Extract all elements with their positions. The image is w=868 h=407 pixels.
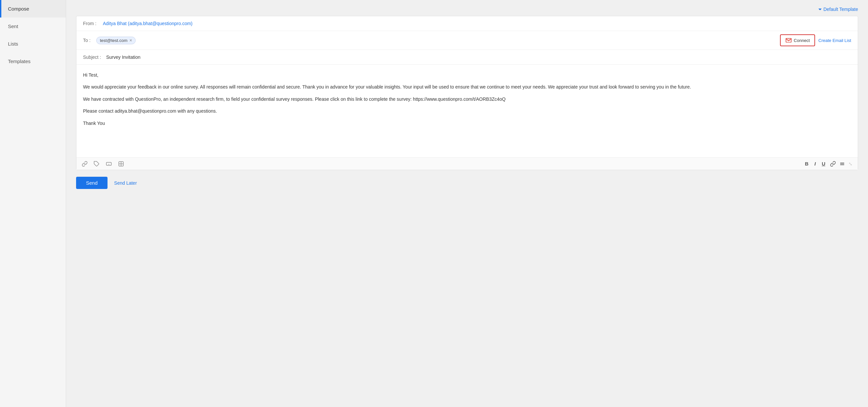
from-value: Aditya Bhat (aditya.bhat@questionpro.com… <box>103 21 192 26</box>
sidebar-item-label: Lists <box>8 41 18 46</box>
main-content: Default Template From : Aditya Bhat (adi… <box>66 0 868 407</box>
template-dropdown[interactable]: Default Template <box>818 7 858 12</box>
body-greeting: Hi Test, <box>83 71 851 79</box>
body-paragraph1: We would appreciate your feedback in our… <box>83 83 851 91</box>
chip-email: test@test.com <box>100 38 127 43</box>
to-row-actions: Connect Create Email List <box>780 34 851 46</box>
italic-button[interactable]: I <box>813 160 817 167</box>
sidebar-item-label: Templates <box>8 59 30 64</box>
keyboard-icon[interactable] <box>105 161 112 167</box>
hyperlink-icon[interactable] <box>830 161 836 167</box>
sidebar-item-sent[interactable]: Sent <box>0 18 66 35</box>
toolbar-left <box>82 161 124 167</box>
link-icon[interactable] <box>82 161 88 167</box>
sidebar-item-label: Compose <box>8 6 29 11</box>
body-paragraph3: Please contact aditya.bhat@questionpro.c… <box>83 107 851 115</box>
strikethrough-icon[interactable] <box>839 161 845 167</box>
svg-rect-2 <box>106 162 112 165</box>
table-icon[interactable] <box>118 161 124 167</box>
create-email-list-link[interactable]: Create Email List <box>818 38 851 43</box>
bold-button[interactable]: B <box>804 160 810 167</box>
tag-icon[interactable] <box>94 161 99 167</box>
sidebar-item-templates[interactable]: Templates <box>0 53 66 70</box>
connect-button[interactable]: Connect <box>780 34 815 46</box>
from-row: From : Aditya Bhat (aditya.bhat@question… <box>76 16 858 31</box>
email-chip: test@test.com × <box>96 37 135 44</box>
body-closing: Thank You <box>83 120 851 127</box>
chip-remove-button[interactable]: × <box>129 38 132 43</box>
from-label: From : <box>83 21 103 26</box>
subject-value[interactable]: Survey Invitation <box>106 55 141 60</box>
subject-label: Subject : <box>83 55 106 60</box>
sidebar-item-compose[interactable]: Compose <box>0 0 66 18</box>
to-row: To : test@test.com × Connect <box>76 31 858 50</box>
send-later-link[interactable]: Send Later <box>114 180 137 186</box>
chevron-down-icon <box>818 9 822 10</box>
sidebar: Compose Sent Lists Templates <box>0 0 66 407</box>
to-label: To : <box>83 38 96 43</box>
underline-button[interactable]: U <box>820 160 827 167</box>
gmail-icon <box>785 37 792 44</box>
to-chips: test@test.com × <box>96 37 780 44</box>
resize-handle[interactable]: ⤡ <box>848 161 852 167</box>
template-dropdown-label: Default Template <box>823 7 858 12</box>
send-button[interactable]: Send <box>76 177 107 189</box>
template-row: Default Template <box>76 7 858 12</box>
email-body[interactable]: Hi Test, We would appreciate your feedba… <box>76 65 858 157</box>
compose-card: From : Aditya Bhat (aditya.bhat@question… <box>76 16 858 170</box>
sidebar-item-label: Sent <box>8 24 18 29</box>
toolbar-right: B I U ⤡ <box>804 160 852 167</box>
body-paragraph2: We have contracted with QuestionPro, an … <box>83 96 851 103</box>
connect-label: Connect <box>794 38 810 43</box>
subject-row: Subject : Survey Invitation <box>76 50 858 65</box>
sidebar-item-lists[interactable]: Lists <box>0 35 66 53</box>
actions-row: Send Send Later <box>76 177 858 189</box>
email-toolbar: B I U ⤡ <box>76 157 858 170</box>
